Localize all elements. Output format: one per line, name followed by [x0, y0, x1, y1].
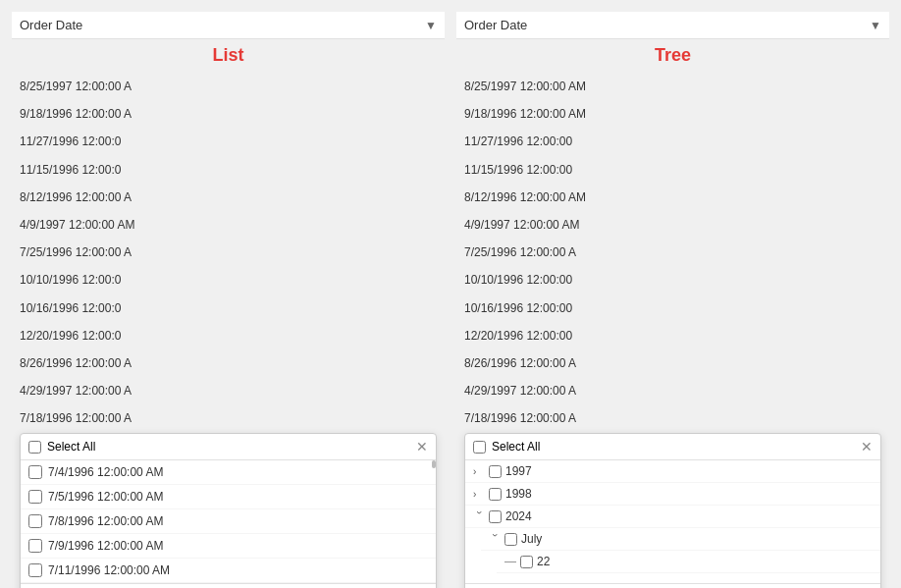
right-cb-22[interactable]: [520, 556, 533, 568]
table-row: 8/26/1996 12:00:00 A: [456, 350, 889, 378]
tree-label-2024: 2024: [505, 509, 532, 523]
table-row: 7/25/1996 12:00:00 A: [12, 240, 445, 267]
right-panel-header: Order Date ▼: [456, 12, 889, 39]
right-close-btn[interactable]: ✕: [861, 440, 873, 454]
left-filter-section: Show rows with value that Is equal to 📅 …: [21, 584, 436, 588]
left-cb-3[interactable]: [28, 539, 42, 553]
right-cb-1998[interactable]: [489, 488, 502, 501]
left-select-all-label: Select All: [47, 440, 95, 454]
table-row: 11/27/1996 12:00:00: [456, 129, 889, 156]
tree-item-2024: › 2024: [465, 506, 880, 528]
list-item: 7/9/1996 12:00:00 AM: [21, 534, 436, 559]
table-row: 11/27/1996 12:00:0: [12, 129, 445, 156]
right-column-title: Order Date: [464, 18, 866, 32]
tree-item-1997: › 1997: [465, 460, 880, 483]
table-row: 8/25/1997 12:00:00 AM: [456, 74, 889, 101]
tree-item-22: — 22: [497, 551, 880, 573]
table-row: 7/25/1996 12:00:00 A: [456, 240, 889, 267]
tree-arrow-july[interactable]: ›: [490, 533, 501, 545]
table-row: 11/15/1996 12:00:00: [456, 157, 889, 185]
tree-label-july: July: [521, 532, 542, 546]
left-table-rows: 8/25/1997 12:00:00 A9/18/1996 12:00:00 A…: [12, 74, 445, 433]
left-cb-label-0: 7/4/1996 12:00:00 AM: [48, 465, 163, 479]
left-dropdown-header: Select All ✕: [21, 434, 436, 460]
left-panel-title: List: [12, 39, 445, 74]
table-row: 12/20/1996 12:00:00: [456, 323, 889, 350]
list-item: 7/11/1996 12:00:00 AM: [21, 559, 436, 583]
right-dropdown-header: Select All ✕: [465, 434, 880, 460]
tree-dash-22: —: [504, 555, 516, 568]
table-row: 8/25/1997 12:00:00 A: [12, 74, 445, 101]
left-column-title: Order Date: [20, 18, 421, 32]
left-cb-0[interactable]: [28, 465, 42, 479]
left-filter-icon[interactable]: ▼: [425, 19, 437, 32]
left-cb-4[interactable]: [28, 563, 42, 577]
right-panel-title: Tree: [456, 39, 889, 74]
table-row: 4/29/1997 12:00:00 A: [456, 378, 889, 405]
tree-item-1998: › 1998: [465, 483, 880, 506]
table-row: 8/12/1996 12:00:00 A: [12, 185, 445, 212]
table-row: 9/18/1996 12:00:00 A: [12, 101, 445, 129]
table-row: 9/18/1996 12:00:00 AM: [456, 101, 889, 129]
table-row: 4/9/1997 12:00:00 AM: [12, 212, 445, 240]
table-row: 10/16/1996 12:00:00: [456, 295, 889, 323]
left-cb-label-1: 7/5/1996 12:00:00 AM: [48, 490, 163, 504]
table-row: 7/18/1996 12:00:00 A: [456, 405, 889, 433]
table-row: 4/9/1997 12:00:00 AM: [456, 212, 889, 240]
tree-label-22: 22: [537, 555, 550, 568]
right-select-all-checkbox[interactable]: [473, 441, 486, 454]
tree-arrow-1998[interactable]: ›: [473, 489, 485, 500]
list-item: 7/5/1996 12:00:00 AM: [21, 485, 436, 509]
table-row: 7/18/1996 12:00:00 A: [12, 405, 445, 433]
right-select-all-label: Select All: [492, 440, 540, 454]
table-row: 11/15/1996 12:00:0: [12, 157, 445, 185]
left-cb-1[interactable]: [28, 490, 42, 504]
table-row: 12/20/1996 12:00:0: [12, 323, 445, 350]
right-filter-icon[interactable]: ▼: [870, 19, 881, 32]
table-row: 4/29/1997 12:00:00 A: [12, 378, 445, 405]
tree-arrow-2024[interactable]: ›: [474, 510, 485, 522]
left-close-btn[interactable]: ✕: [416, 440, 428, 454]
left-checkbox-list: 7/4/1996 12:00:00 AM 7/5/1996 12:00:00 A…: [21, 460, 436, 584]
tree-label-1997: 1997: [505, 464, 532, 478]
right-tree-list: › 1997 › 1998 › 2024 › July: [465, 460, 880, 584]
left-cb-label-4: 7/11/1996 12:00:00 AM: [48, 563, 170, 577]
left-dropdown-panel: Select All ✕ 7/4/1996 12:00:00 AM 7/5/19…: [20, 433, 437, 588]
right-filter-section: Show rows with value that Is equal to 📅 …: [465, 584, 880, 588]
left-cb-label-3: 7/9/1996 12:00:00 AM: [48, 539, 163, 553]
left-cb-2[interactable]: [28, 514, 42, 528]
left-cb-label-2: 7/8/1996 12:00:00 AM: [48, 514, 163, 528]
right-cb-2024[interactable]: [489, 510, 502, 523]
right-table-rows: 8/25/1997 12:00:00 AM9/18/1996 12:00:00 …: [456, 74, 889, 433]
tree-label-1998: 1998: [505, 487, 532, 501]
tree-arrow-1997[interactable]: ›: [473, 466, 485, 477]
table-row: 8/12/1996 12:00:00 AM: [456, 185, 889, 212]
right-dropdown-panel: Select All ✕ › 1997 › 1998 › 2: [464, 433, 881, 588]
right-cb-july[interactable]: [504, 533, 517, 546]
list-item: 7/8/1996 12:00:00 AM: [21, 509, 436, 534]
left-select-all-checkbox[interactable]: [28, 441, 41, 454]
table-row: 10/10/1996 12:00:0: [12, 267, 445, 294]
tree-item-july: › July: [481, 528, 880, 551]
table-row: 10/10/1996 12:00:00: [456, 267, 889, 294]
right-cb-1997[interactable]: [489, 465, 502, 478]
list-item: 7/4/1996 12:00:00 AM: [21, 460, 436, 485]
table-row: 10/16/1996 12:00:0: [12, 295, 445, 323]
left-panel-header: Order Date ▼: [12, 12, 445, 39]
table-row: 8/26/1996 12:00:00 A: [12, 350, 445, 378]
